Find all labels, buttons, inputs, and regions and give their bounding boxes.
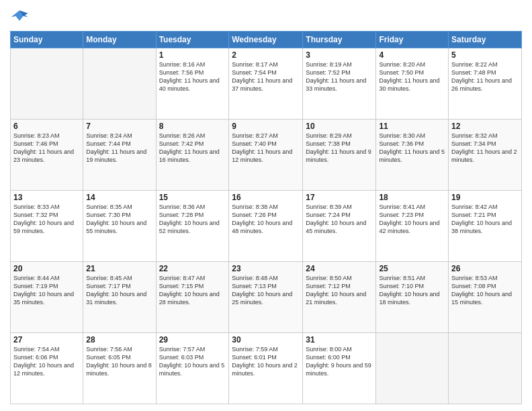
day-number: 12 [451, 122, 519, 131]
logo-icon [10, 7, 29, 26]
day-info: Sunrise: 8:22 AM Sunset: 7:48 PM Dayligh… [451, 60, 519, 93]
day-info: Sunrise: 8:36 AM Sunset: 7:28 PM Dayligh… [159, 203, 226, 236]
calendar-cell: 23Sunrise: 8:48 AM Sunset: 7:13 PM Dayli… [229, 262, 303, 333]
calendar-cell: 21Sunrise: 8:45 AM Sunset: 7:17 PM Dayli… [83, 262, 156, 333]
day-number: 26 [451, 264, 519, 273]
day-number: 25 [379, 264, 445, 273]
calendar-cell: 11Sunrise: 8:30 AM Sunset: 7:36 PM Dayli… [376, 120, 449, 191]
day-number: 5 [451, 50, 519, 60]
calendar-cell: 28Sunrise: 7:56 AM Sunset: 6:05 PM Dayli… [83, 333, 156, 404]
calendar-cell: 19Sunrise: 8:42 AM Sunset: 7:21 PM Dayli… [449, 191, 522, 262]
calendar-cell: 6Sunrise: 8:23 AM Sunset: 7:46 PM Daylig… [11, 120, 83, 191]
calendar-cell: 3Sunrise: 8:19 AM Sunset: 7:52 PM Daylig… [303, 48, 376, 120]
day-info: Sunrise: 8:00 AM Sunset: 6:00 PM Dayligh… [306, 345, 373, 378]
week-row-3: 20Sunrise: 8:44 AM Sunset: 7:19 PM Dayli… [11, 262, 522, 333]
day-info: Sunrise: 8:23 AM Sunset: 7:46 PM Dayligh… [13, 132, 80, 165]
calendar-cell: 12Sunrise: 8:32 AM Sunset: 7:34 PM Dayli… [449, 120, 522, 191]
day-number: 8 [159, 122, 226, 131]
day-info: Sunrise: 8:33 AM Sunset: 7:32 PM Dayligh… [13, 203, 80, 236]
calendar-cell: 2Sunrise: 8:17 AM Sunset: 7:54 PM Daylig… [229, 48, 303, 120]
calendar-cell: 22Sunrise: 8:47 AM Sunset: 7:15 PM Dayli… [156, 262, 229, 333]
calendar-cell [376, 333, 449, 404]
calendar: SundayMondayTuesdayWednesdayThursdayFrid… [10, 31, 522, 404]
calendar-cell: 14Sunrise: 8:35 AM Sunset: 7:30 PM Dayli… [83, 191, 156, 262]
weekday-header-wednesday: Wednesday [229, 32, 303, 48]
day-info: Sunrise: 8:19 AM Sunset: 7:52 PM Dayligh… [306, 60, 373, 93]
day-number: 23 [232, 264, 300, 273]
day-info: Sunrise: 8:39 AM Sunset: 7:24 PM Dayligh… [306, 203, 373, 236]
week-row-2: 13Sunrise: 8:33 AM Sunset: 7:32 PM Dayli… [11, 191, 522, 262]
day-info: Sunrise: 8:16 AM Sunset: 7:56 PM Dayligh… [159, 60, 226, 93]
day-info: Sunrise: 8:24 AM Sunset: 7:44 PM Dayligh… [86, 132, 152, 165]
day-info: Sunrise: 8:35 AM Sunset: 7:30 PM Dayligh… [86, 203, 152, 236]
day-info: Sunrise: 8:30 AM Sunset: 7:36 PM Dayligh… [379, 132, 445, 165]
day-number: 3 [306, 50, 373, 60]
day-info: Sunrise: 8:27 AM Sunset: 7:40 PM Dayligh… [232, 132, 300, 165]
day-info: Sunrise: 8:42 AM Sunset: 7:21 PM Dayligh… [451, 203, 519, 236]
calendar-cell [83, 48, 156, 120]
calendar-cell: 27Sunrise: 7:54 AM Sunset: 6:06 PM Dayli… [11, 333, 83, 404]
day-number: 1 [159, 50, 226, 60]
day-info: Sunrise: 7:54 AM Sunset: 6:06 PM Dayligh… [13, 345, 80, 378]
day-info: Sunrise: 8:48 AM Sunset: 7:13 PM Dayligh… [232, 274, 300, 307]
day-number: 13 [13, 193, 80, 202]
week-row-1: 6Sunrise: 8:23 AM Sunset: 7:46 PM Daylig… [11, 120, 522, 191]
day-info: Sunrise: 8:50 AM Sunset: 7:12 PM Dayligh… [306, 274, 373, 307]
calendar-cell: 18Sunrise: 8:41 AM Sunset: 7:23 PM Dayli… [376, 191, 449, 262]
weekday-header-friday: Friday [376, 32, 449, 48]
day-number: 4 [379, 50, 445, 60]
day-info: Sunrise: 8:17 AM Sunset: 7:54 PM Dayligh… [232, 60, 300, 93]
svg-marker-0 [11, 11, 28, 21]
day-info: Sunrise: 8:47 AM Sunset: 7:15 PM Dayligh… [159, 274, 226, 307]
weekday-header-sunday: Sunday [11, 32, 83, 48]
day-number: 18 [379, 193, 445, 202]
calendar-cell: 31Sunrise: 8:00 AM Sunset: 6:00 PM Dayli… [303, 333, 376, 404]
day-number: 24 [306, 264, 373, 273]
calendar-cell: 9Sunrise: 8:27 AM Sunset: 7:40 PM Daylig… [229, 120, 303, 191]
calendar-cell: 15Sunrise: 8:36 AM Sunset: 7:28 PM Dayli… [156, 191, 229, 262]
day-number: 21 [86, 264, 152, 273]
day-info: Sunrise: 7:57 AM Sunset: 6:03 PM Dayligh… [159, 345, 226, 378]
day-info: Sunrise: 8:26 AM Sunset: 7:42 PM Dayligh… [159, 132, 226, 165]
day-number: 22 [159, 264, 226, 273]
page: SundayMondayTuesdayWednesdayThursdayFrid… [0, 0, 532, 411]
day-number: 6 [13, 122, 80, 131]
day-info: Sunrise: 8:20 AM Sunset: 7:50 PM Dayligh… [379, 60, 445, 93]
weekday-header-tuesday: Tuesday [156, 32, 229, 48]
calendar-cell: 24Sunrise: 8:50 AM Sunset: 7:12 PM Dayli… [303, 262, 376, 333]
day-number: 11 [379, 122, 445, 131]
day-number: 14 [86, 193, 152, 202]
day-number: 29 [159, 335, 226, 345]
day-number: 16 [232, 193, 300, 202]
calendar-cell: 17Sunrise: 8:39 AM Sunset: 7:24 PM Dayli… [303, 191, 376, 262]
calendar-cell: 13Sunrise: 8:33 AM Sunset: 7:32 PM Dayli… [11, 191, 83, 262]
day-number: 19 [451, 193, 519, 202]
calendar-cell: 5Sunrise: 8:22 AM Sunset: 7:48 PM Daylig… [449, 48, 522, 120]
day-info: Sunrise: 8:44 AM Sunset: 7:19 PM Dayligh… [13, 274, 80, 307]
calendar-cell: 30Sunrise: 7:59 AM Sunset: 6:01 PM Dayli… [229, 333, 303, 404]
weekday-header-monday: Monday [83, 32, 156, 48]
header [10, 7, 522, 26]
logo [10, 7, 32, 26]
week-row-0: 1Sunrise: 8:16 AM Sunset: 7:56 PM Daylig… [11, 48, 522, 120]
calendar-cell [449, 333, 522, 404]
calendar-cell: 4Sunrise: 8:20 AM Sunset: 7:50 PM Daylig… [376, 48, 449, 120]
weekday-header-thursday: Thursday [303, 32, 376, 48]
day-number: 31 [306, 335, 373, 345]
day-info: Sunrise: 8:45 AM Sunset: 7:17 PM Dayligh… [86, 274, 152, 307]
day-info: Sunrise: 8:41 AM Sunset: 7:23 PM Dayligh… [379, 203, 445, 236]
day-number: 15 [159, 193, 226, 202]
day-info: Sunrise: 8:29 AM Sunset: 7:38 PM Dayligh… [306, 132, 373, 165]
calendar-cell: 25Sunrise: 8:51 AM Sunset: 7:10 PM Dayli… [376, 262, 449, 333]
day-number: 10 [306, 122, 373, 131]
day-number: 9 [232, 122, 300, 131]
day-info: Sunrise: 8:38 AM Sunset: 7:26 PM Dayligh… [232, 203, 300, 236]
calendar-cell: 26Sunrise: 8:53 AM Sunset: 7:08 PM Dayli… [449, 262, 522, 333]
day-info: Sunrise: 8:53 AM Sunset: 7:08 PM Dayligh… [451, 274, 519, 307]
day-info: Sunrise: 7:59 AM Sunset: 6:01 PM Dayligh… [232, 345, 300, 378]
calendar-cell [11, 48, 83, 120]
calendar-cell: 8Sunrise: 8:26 AM Sunset: 7:42 PM Daylig… [156, 120, 229, 191]
day-number: 30 [232, 335, 300, 345]
day-info: Sunrise: 7:56 AM Sunset: 6:05 PM Dayligh… [86, 345, 152, 378]
day-number: 17 [306, 193, 373, 202]
